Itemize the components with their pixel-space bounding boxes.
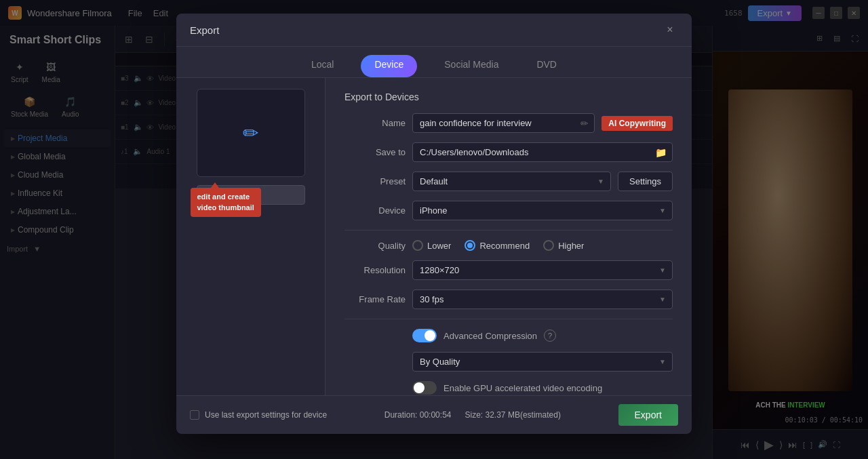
resolution-row: Resolution 1280×720 1920×1080 3840×2160 … (344, 260, 673, 280)
quality-recommend[interactable]: Recommend (465, 240, 530, 251)
export-modal: Export × Local Device Social Media DVD ✏ (176, 14, 692, 434)
settings-button[interactable]: Settings (618, 172, 673, 191)
frame-rate-label: Frame Rate (344, 294, 406, 304)
edit-pencil-icon: ✏ (243, 122, 258, 144)
frame-rate-select-wrapper: 30 fps 24 fps 60 fps ▼ (412, 290, 673, 309)
duration-label: Duration: (384, 410, 418, 420)
save-to-label: Save to (344, 147, 406, 157)
save-to-input-wrapper: 📁 (412, 142, 673, 162)
resolution-label: Resolution (344, 265, 406, 275)
tooltip-arrow (211, 182, 219, 188)
radio-higher-label: Higher (558, 241, 584, 251)
ai-copywriting-badge[interactable]: AI Copywriting (601, 116, 673, 131)
preset-select[interactable]: Default (412, 172, 611, 191)
radio-lower-label: Lower (427, 241, 451, 251)
modal-header: Export × (176, 14, 692, 47)
preset-row: Preset Default ▼ Settings (344, 172, 673, 191)
name-label: Name (344, 118, 406, 128)
quality-row: Quality Lower Recommend Higher (344, 240, 673, 251)
size-value: 32.37 MB(estimated) (486, 410, 561, 420)
last-export-label: Use last export settings for device (205, 410, 327, 420)
name-input[interactable] (413, 114, 575, 132)
modal-title: Export (190, 24, 219, 36)
name-input-wrapper: ✏ (412, 113, 595, 133)
quality-radio-group: Lower Recommend Higher (412, 240, 584, 251)
tab-dvd[interactable]: DVD (526, 55, 568, 78)
by-quality-select-wrapper: By Quality By Bitrate ▼ (412, 352, 673, 372)
advanced-compression-label: Advanced Compression (443, 331, 537, 341)
frame-rate-row: Frame Rate 30 fps 24 fps 60 fps ▼ (344, 290, 673, 309)
thumbnail-tooltip: edit and createvideo thumbnail (191, 188, 261, 217)
footer-info: Duration: 00:00:54 Size: 32.37 MB(estima… (384, 410, 561, 420)
tab-bar: Local Device Social Media DVD (176, 47, 692, 78)
gpu-toggle[interactable] (412, 381, 437, 395)
by-quality-row: By Quality By Bitrate ▼ (344, 352, 673, 372)
by-quality-select[interactable]: By Quality By Bitrate (412, 352, 673, 372)
quality-label: Quality (344, 241, 406, 251)
advanced-compression-row: Advanced Compression ? (344, 329, 673, 342)
duration-value: 00:00:54 (420, 410, 452, 420)
help-icon[interactable]: ? (544, 330, 556, 342)
pencil-icon[interactable]: ✏ (575, 118, 594, 129)
modal-footer: Use last export settings for device Dura… (176, 395, 692, 434)
quality-higher[interactable]: Higher (543, 240, 584, 251)
device-select[interactable]: iPhone iPad Android Apple TV (412, 201, 673, 220)
form-divider (344, 230, 673, 231)
modal-form: Export to Devices Name ✏ AI Copywriting … (326, 78, 692, 395)
section-title: Export to Devices (344, 92, 673, 102)
thumbnail-preview: ✏ edit and createvideo thumbnail (197, 89, 305, 177)
size-info: Size: 32.37 MB(estimated) (465, 410, 560, 420)
modal-body: ✏ edit and createvideo thumbnail Edit Ex… (176, 78, 692, 395)
last-export-checkbox[interactable] (190, 410, 199, 420)
preset-select-wrapper: Default ▼ (412, 172, 611, 191)
radio-recommend-circle (465, 240, 475, 251)
size-label: Size: (465, 410, 483, 420)
gpu-row: Enable GPU accelerated video encoding (344, 381, 673, 395)
radio-recommend-label: Recommend (479, 241, 530, 251)
save-to-row: Save to 📁 (344, 142, 673, 162)
modal-left-panel: ✏ edit and createvideo thumbnail Edit (176, 78, 326, 395)
device-label: Device (344, 205, 406, 216)
footer-checkbox-row: Use last export settings for device (190, 410, 327, 420)
duration-info: Duration: 00:00:54 (384, 410, 452, 420)
device-select-wrapper: iPhone iPad Android Apple TV ▼ (412, 201, 673, 220)
name-row: Name ✏ AI Copywriting (344, 113, 673, 133)
gpu-label: Enable GPU accelerated video encoding (443, 383, 602, 393)
preset-label: Preset (344, 176, 406, 186)
modal-close-button[interactable]: × (662, 22, 678, 38)
frame-rate-select[interactable]: 30 fps 24 fps 60 fps (412, 290, 673, 309)
radio-lower-circle (412, 240, 423, 251)
modal-overlay: Export × Local Device Social Media DVD ✏ (0, 0, 868, 459)
resolution-select-wrapper: 1280×720 1920×1080 3840×2160 ▼ (412, 260, 673, 280)
tab-local[interactable]: Local (300, 55, 344, 78)
save-to-input[interactable] (413, 143, 650, 161)
export-button[interactable]: Export (618, 404, 678, 426)
quality-lower[interactable]: Lower (412, 240, 451, 251)
advanced-compression-toggle[interactable] (412, 329, 437, 342)
form-divider-2 (344, 319, 673, 319)
radio-higher-circle (543, 240, 554, 251)
device-row: Device iPhone iPad Android Apple TV ▼ (344, 201, 673, 220)
tab-social-media[interactable]: Social Media (433, 55, 509, 78)
resolution-select[interactable]: 1280×720 1920×1080 3840×2160 (412, 260, 673, 280)
folder-icon[interactable]: 📁 (650, 147, 672, 158)
tab-device[interactable]: Device (361, 55, 417, 77)
